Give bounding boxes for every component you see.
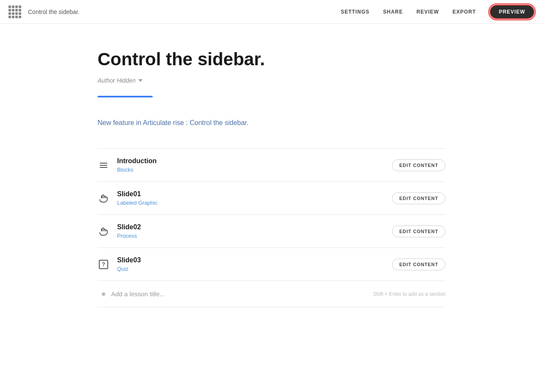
lesson-row: Slide02 Process EDIT CONTENT <box>98 215 445 248</box>
touch-icon <box>98 193 109 203</box>
lesson-info: Slide03 Quiz <box>117 256 141 272</box>
app-header: Control the sidebar. SETTINGS SHARE REVI… <box>0 0 543 24</box>
lesson-name: Introduction <box>117 157 157 165</box>
add-lesson-row: Add a lesson title... Shift + Enter to a… <box>98 281 445 307</box>
shift-enter-hint: Shift + Enter to add as a section <box>373 291 445 297</box>
touch-icon-2 <box>98 226 109 236</box>
lesson-info: Slide01 Labeled Graphic <box>117 190 157 206</box>
lesson-icon-touch2 <box>98 225 109 237</box>
lesson-name: Slide02 <box>117 223 141 231</box>
lesson-left: ? Slide03 Quiz <box>98 256 141 272</box>
lesson-row: Introduction Blocks EDIT CONTENT <box>98 149 445 182</box>
accent-bar <box>98 96 153 97</box>
lesson-icon-hamburger <box>98 159 109 171</box>
lesson-row: Slide01 Labeled Graphic EDIT CONTENT <box>98 182 445 215</box>
add-lesson-placeholder[interactable]: Add a lesson title... <box>111 290 165 297</box>
add-lesson-left: Add a lesson title... <box>98 290 165 297</box>
header-course-title: Control the sidebar. <box>28 8 79 15</box>
lesson-type: Process <box>117 233 141 239</box>
header-nav: SETTINGS SHARE REVIEW EXPORT PREVIEW <box>341 5 535 19</box>
lesson-icon-touch <box>98 192 109 204</box>
lesson-name: Slide01 <box>117 190 157 198</box>
grid-menu-icon[interactable] <box>8 6 21 18</box>
lesson-info: Introduction Blocks <box>117 157 157 173</box>
lesson-name: Slide03 <box>117 256 141 264</box>
edit-content-button-slide02[interactable]: EDIT CONTENT <box>392 225 445 237</box>
lesson-type: Quiz <box>117 266 141 272</box>
main-content: Control the sidebar. Author Hidden New f… <box>98 24 445 324</box>
lesson-icon-quiz: ? <box>98 259 109 270</box>
lesson-row: ? Slide03 Quiz EDIT CONTENT <box>98 248 445 281</box>
share-nav-item[interactable]: SHARE <box>383 9 403 15</box>
quiz-icon: ? <box>99 260 108 269</box>
header-left: Control the sidebar. <box>8 6 79 18</box>
lesson-type: Labeled Graphic <box>117 200 157 206</box>
lessons-list: Introduction Blocks EDIT CONTENT S <box>98 148 445 307</box>
lesson-left: Introduction Blocks <box>98 157 157 173</box>
settings-nav-item[interactable]: SETTINGS <box>341 9 369 15</box>
lesson-left: Slide02 Process <box>98 223 141 239</box>
edit-content-button-introduction[interactable]: EDIT CONTENT <box>392 159 445 171</box>
author-row[interactable]: Author Hidden <box>98 77 445 84</box>
hamburger-icon <box>100 163 107 168</box>
lesson-type: Blocks <box>117 167 157 173</box>
author-chevron-icon <box>138 79 143 82</box>
export-nav-item[interactable]: EXPORT <box>453 9 476 15</box>
review-nav-item[interactable]: REVIEW <box>417 9 439 15</box>
bullet-dot-icon <box>102 292 105 296</box>
lesson-left: Slide01 Labeled Graphic <box>98 190 157 206</box>
author-name: Author Hidden <box>98 77 136 84</box>
preview-button[interactable]: PREVIEW <box>490 5 535 19</box>
edit-content-button-slide01[interactable]: EDIT CONTENT <box>392 192 445 204</box>
edit-content-button-slide03[interactable]: EDIT CONTENT <box>392 259 445 270</box>
course-title: Control the sidebar. <box>98 49 445 70</box>
lesson-info: Slide02 Process <box>117 223 141 239</box>
course-description: New feature in Articulate rise : Control… <box>98 118 445 128</box>
